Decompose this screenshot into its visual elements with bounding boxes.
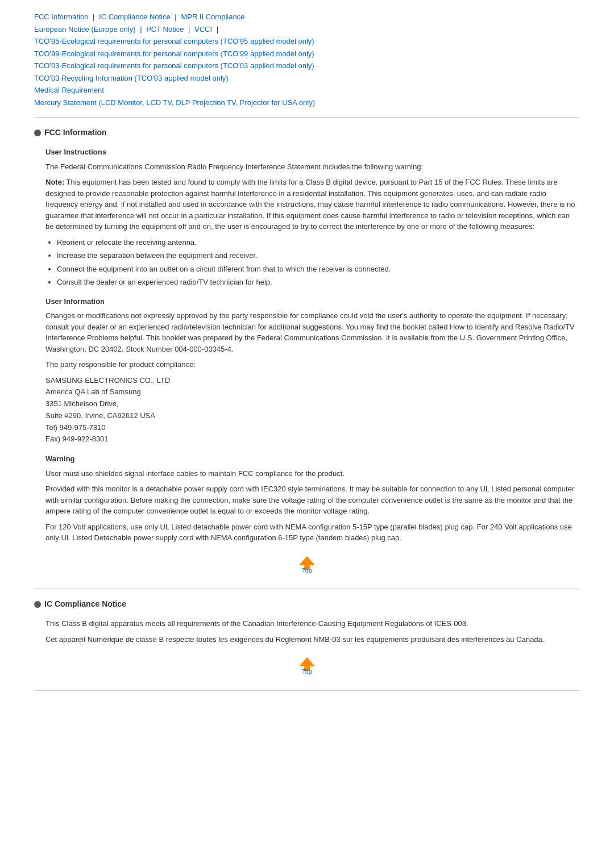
fcc-title-text: FCC Information: [44, 127, 107, 139]
nav-pct[interactable]: PCT Notice: [146, 25, 184, 34]
nav-tco95[interactable]: TCO'95-Ecological requirements for perso…: [34, 36, 580, 47]
user-information-text1: Changes or modifications not expressly a…: [45, 310, 580, 354]
fcc-top-button[interactable]: Top: [296, 553, 318, 574]
fcc-bullet: [34, 130, 41, 136]
address-line-2: 3351 Michelson Drive,: [45, 398, 580, 410]
nav-sep-1: |: [93, 12, 94, 21]
nav-ic[interactable]: IC Compliance Notice: [99, 12, 171, 21]
top-arrow-icon: Top: [296, 553, 318, 574]
warning-text3: For 120 Volt applications, use only UL L…: [45, 521, 580, 544]
bullet-4: Consult the dealer or an experienced rad…: [57, 277, 580, 288]
ic-content: This Class B digital apparatus meets all…: [45, 618, 580, 645]
nav-mpr[interactable]: MPR II Compliance: [181, 12, 244, 21]
ic-top-button[interactable]: Top: [296, 654, 318, 675]
ic-text1: This Class B digital apparatus meets all…: [45, 618, 580, 629]
nav-sep-2: |: [175, 12, 176, 21]
address-line-1: America QA Lab of Samsung: [45, 386, 580, 398]
user-instructions-title: User Instructions: [45, 147, 580, 158]
warning-title: Warning: [45, 453, 580, 465]
nav-line-1: FCC Information | IC Compliance Notice |…: [34, 11, 580, 23]
ic-top-icon[interactable]: Top: [34, 654, 580, 679]
address-line-3: Suite #290, Irvine, CA92612 USA: [45, 410, 580, 422]
nav-tco99[interactable]: TCO'99-Ecological requirements for perso…: [34, 48, 580, 60]
nav-eu[interactable]: European Notice (Europe only): [34, 25, 136, 34]
user-instructions-intro: The Federal Communications Commission Ra…: [45, 161, 580, 173]
warning-text1: User must use shielded signal interface …: [45, 468, 580, 479]
address-line-4: Tel) 949-975-7310: [45, 422, 580, 434]
svg-marker-1: [299, 556, 315, 565]
nav-sep-5: |: [217, 25, 218, 34]
svg-text:Top: Top: [302, 567, 312, 574]
fcc-section-title: FCC Information: [34, 127, 580, 139]
nav-vcci[interactable]: VCCI: [194, 25, 212, 34]
responsible-party-label: The party responsible for product compli…: [45, 359, 580, 370]
fcc-top-icon[interactable]: Top: [34, 553, 580, 578]
user-instructions-bullets: Reorient or relocate the receiving anten…: [57, 237, 580, 288]
bullet-1: Reorient or relocate the receiving anten…: [57, 237, 580, 248]
company-name: SAMSUNG ELECTRONICS CO., LTD: [45, 375, 580, 387]
warning-text2: Provided with this monitor is a detachab…: [45, 483, 580, 517]
address-block: SAMSUNG ELECTRONICS CO., LTD America QA …: [45, 375, 580, 446]
ic-divider: [34, 690, 580, 691]
ic-top-arrow-icon: Top: [296, 654, 318, 675]
user-information-title: User Information: [45, 296, 580, 307]
fcc-section: FCC Information User Instructions The Fe…: [34, 127, 580, 577]
note-label: Note:: [45, 178, 64, 186]
nav-sep-4: |: [188, 25, 190, 34]
top-divider: [34, 117, 580, 118]
ic-section: IC Compliance Notice This Class B digita…: [34, 598, 580, 679]
fcc-divider: [34, 589, 580, 589]
user-instructions-note: Note: This equipment has been tested and…: [45, 177, 580, 232]
fcc-content: User Instructions The Federal Communicat…: [45, 147, 580, 544]
ic-title-text: IC Compliance Notice: [44, 598, 126, 610]
nav-sep-3: |: [140, 25, 142, 34]
ic-section-title: IC Compliance Notice: [34, 598, 580, 610]
svg-text:Top: Top: [302, 668, 312, 675]
ic-text2: Cet appareil Numérique de classe B respe…: [45, 634, 580, 645]
svg-marker-4: [299, 657, 315, 666]
nav-tco03r[interactable]: TCO'03 Recycling Information (TCO'03 app…: [34, 73, 580, 84]
note-text: This equipment has been tested and found…: [45, 178, 575, 231]
nav-fcc[interactable]: FCC Information: [34, 12, 88, 21]
ic-bullet: [34, 601, 41, 608]
bullet-2: Increase the separation between the equi…: [57, 250, 580, 261]
navigation-links: FCC Information | IC Compliance Notice |…: [34, 11, 580, 108]
bullet-3: Connect the equipment into an outlet on …: [57, 264, 580, 275]
address-line-5: Fax) 949-922-8301: [45, 433, 580, 445]
nav-mercury[interactable]: Mercury Statement (LCD Monitor, LCD TV, …: [34, 97, 580, 108]
nav-medical[interactable]: Medical Requirement: [34, 85, 580, 96]
nav-tco03[interactable]: TCO'03-Ecological requirements for perso…: [34, 60, 580, 72]
nav-line-2: European Notice (Europe only) | PCT Noti…: [34, 24, 580, 35]
